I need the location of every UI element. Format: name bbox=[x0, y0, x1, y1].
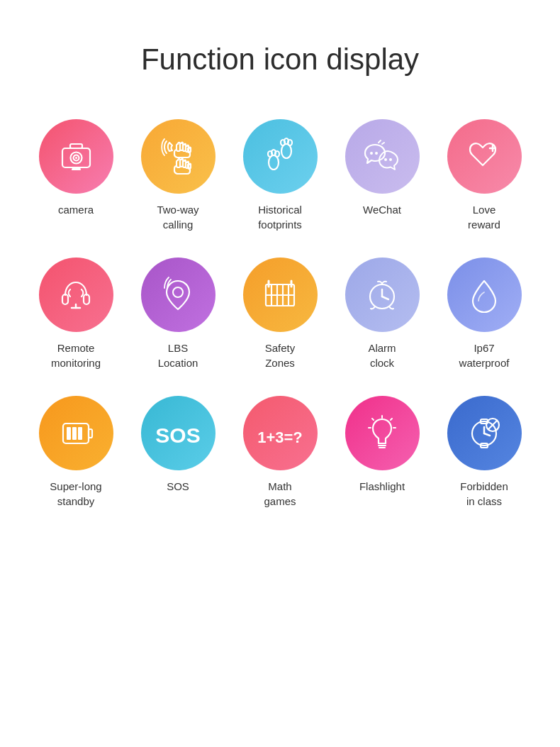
icon-item-camera: camera bbox=[28, 119, 123, 232]
svg-line-15 bbox=[379, 140, 381, 143]
svg-rect-24 bbox=[84, 294, 89, 304]
icon-item-math-games: 1+3=? Mathgames bbox=[233, 396, 327, 509]
icon-label-sos: SOS bbox=[167, 479, 189, 494]
svg-rect-42 bbox=[78, 427, 82, 440]
sos-text-icon: SOS bbox=[153, 416, 203, 451]
icon-label-love-reward: Lovereward bbox=[468, 202, 500, 232]
icon-circle-ip67-waterproof bbox=[447, 258, 522, 332]
icon-item-sos: SOS SOS bbox=[130, 396, 225, 509]
page-title: Function icon display bbox=[141, 43, 419, 77]
icon-item-wechat: WeChat bbox=[335, 119, 430, 232]
svg-rect-23 bbox=[62, 294, 68, 304]
icon-label-math-games: Mathgames bbox=[264, 479, 296, 509]
location-pin-icon bbox=[157, 274, 199, 316]
alarm-icon bbox=[361, 274, 403, 316]
bulb-icon bbox=[361, 412, 403, 455]
icon-label-alarm-clock: Alarmclock bbox=[368, 341, 396, 370]
icon-circle-remote-monitoring bbox=[39, 258, 113, 332]
icon-label-safety-zones: SafetyZones bbox=[265, 341, 296, 370]
svg-rect-40 bbox=[67, 427, 71, 440]
icon-circle-love-reward bbox=[447, 119, 522, 194]
icon-item-remote-monitoring: Remotemonitoring bbox=[28, 258, 123, 370]
icon-circle-wechat bbox=[345, 119, 420, 194]
svg-point-19 bbox=[384, 158, 387, 161]
svg-line-57 bbox=[484, 433, 490, 436]
fence-icon bbox=[259, 274, 301, 316]
watch-no-icon bbox=[463, 412, 505, 455]
math-eq-icon: 1+3=? bbox=[255, 416, 305, 451]
icon-label-lbs-location: LBSLocation bbox=[158, 341, 198, 370]
battery-icon bbox=[55, 412, 97, 455]
wechat-icon bbox=[361, 135, 403, 178]
icon-label-camera: camera bbox=[58, 202, 94, 217]
icon-label-historical-footprints: Historicalfootprints bbox=[258, 202, 302, 232]
icon-circle-lbs-location bbox=[141, 258, 215, 332]
svg-point-18 bbox=[375, 152, 378, 155]
icon-label-forbidden-in-class: Forbiddenin class bbox=[460, 479, 508, 509]
headphones-icon bbox=[55, 274, 97, 316]
icon-item-super-long-standby: Super-longstandby bbox=[28, 396, 123, 509]
icon-item-safety-zones: SafetyZones bbox=[233, 258, 327, 370]
svg-line-49 bbox=[391, 419, 392, 420]
heart-plus-icon bbox=[463, 135, 505, 178]
icon-label-ip67-waterproof: Ip67waterproof bbox=[459, 341, 510, 370]
svg-point-10 bbox=[275, 151, 279, 157]
svg-point-26 bbox=[173, 287, 183, 297]
svg-point-14 bbox=[288, 140, 292, 145]
icon-item-ip67-waterproof: Ip67waterproof bbox=[437, 258, 532, 370]
svg-text:1+3=?: 1+3=? bbox=[257, 428, 303, 446]
svg-line-37 bbox=[382, 297, 388, 299]
icon-circle-flashlight bbox=[345, 396, 420, 470]
icon-circle-two-way-calling bbox=[141, 119, 215, 194]
phone-feet-icon bbox=[157, 135, 199, 178]
icon-item-love-reward: Lovereward bbox=[437, 119, 532, 232]
icon-circle-camera bbox=[39, 119, 113, 194]
icon-item-forbidden-in-class: Forbiddenin class bbox=[437, 396, 532, 509]
icon-label-flashlight: Flashlight bbox=[359, 479, 405, 494]
svg-point-20 bbox=[389, 158, 392, 161]
icon-circle-safety-zones bbox=[243, 258, 318, 332]
icon-item-alarm-clock: Alarmclock bbox=[335, 258, 430, 370]
svg-text:SOS: SOS bbox=[155, 424, 200, 447]
icon-grid: camera bbox=[0, 119, 560, 509]
svg-point-17 bbox=[370, 152, 373, 155]
icon-item-historical-footprints: Historicalfootprints bbox=[233, 119, 327, 232]
svg-rect-39 bbox=[89, 429, 92, 438]
icon-label-remote-monitoring: Remotemonitoring bbox=[51, 341, 101, 370]
icon-label-wechat: WeChat bbox=[363, 202, 401, 217]
svg-rect-41 bbox=[72, 427, 77, 440]
icon-item-two-way-calling: Two-waycalling bbox=[130, 119, 225, 232]
icon-circle-forbidden-in-class bbox=[447, 396, 522, 470]
icon-item-lbs-location: LBSLocation bbox=[130, 258, 225, 370]
camera-icon bbox=[57, 137, 96, 176]
footprints-icon bbox=[259, 135, 301, 178]
icon-label-two-way-calling: Two-waycalling bbox=[157, 202, 198, 232]
water-drop-icon bbox=[463, 274, 505, 316]
icon-circle-historical-footprints bbox=[243, 119, 318, 194]
svg-line-16 bbox=[382, 143, 384, 144]
icon-circle-math-games: 1+3=? bbox=[243, 396, 318, 470]
svg-point-4 bbox=[75, 157, 77, 159]
icon-label-super-long-standby: Super-longstandby bbox=[50, 479, 101, 509]
icon-circle-sos: SOS bbox=[141, 396, 215, 470]
icon-circle-super-long-standby bbox=[39, 396, 113, 470]
icon-circle-alarm-clock bbox=[345, 258, 420, 332]
svg-rect-3 bbox=[70, 144, 82, 148]
svg-line-51 bbox=[372, 419, 374, 420]
icon-item-flashlight: Flashlight bbox=[335, 396, 430, 509]
